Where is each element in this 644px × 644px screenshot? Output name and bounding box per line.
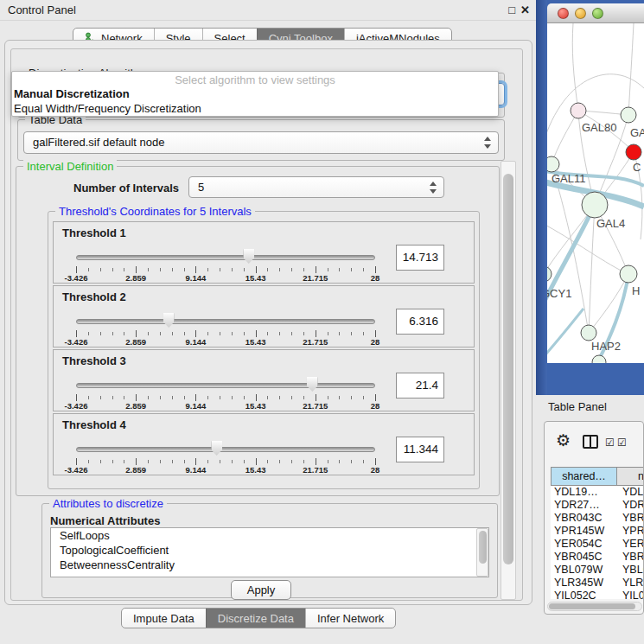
table-row[interactable]: YLR345WYLR3 <box>551 577 644 590</box>
slider-ticks <box>76 394 375 401</box>
table-cell-shared-name: YBR045C <box>551 551 617 564</box>
slider-tick <box>148 332 149 335</box>
attribute-list-item[interactable]: BetweennessCentrality <box>51 558 488 572</box>
column-header-shared-name[interactable]: shared… <box>551 467 617 486</box>
settings-scrollbar[interactable] <box>501 161 516 600</box>
threshold-slider[interactable] <box>76 247 375 265</box>
tab-label: Impute Data <box>133 612 194 625</box>
checkbox-icon[interactable]: ☑ <box>617 437 627 449</box>
network-node[interactable] <box>621 107 636 123</box>
tick-label: 15.43 <box>245 337 266 347</box>
slider-tick <box>112 332 113 335</box>
table-row[interactable]: YER054CYER0 <box>551 538 644 551</box>
slider-tick <box>76 330 77 337</box>
slider-tick <box>220 396 220 399</box>
column-split-icon[interactable] <box>583 435 598 449</box>
tab-impute-data[interactable]: Impute Data <box>122 609 206 628</box>
tick-label: 2.859 <box>125 465 146 475</box>
slider-tick <box>220 268 220 271</box>
slider-tick <box>328 268 328 271</box>
close-traffic-light-icon[interactable] <box>558 8 569 19</box>
slider-tick <box>172 268 173 271</box>
table-hscrollbar[interactable] <box>547 602 642 611</box>
tab-label: Discretize Data <box>218 612 294 625</box>
slider-thumb-icon[interactable] <box>211 441 222 456</box>
slider-tick <box>160 332 161 335</box>
network-node[interactable] <box>626 144 641 160</box>
table-row[interactable]: YBR045CYBR0 <box>551 551 644 564</box>
attributes-scrollbar[interactable] <box>476 528 488 577</box>
table-row[interactable]: YBL079WYBL0 <box>551 564 644 577</box>
slider-thumb-icon[interactable] <box>243 249 254 264</box>
network-node[interactable] <box>592 355 606 363</box>
table-row[interactable]: YPR145WYPR1 <box>551 525 644 538</box>
threshold-slider[interactable] <box>76 439 375 456</box>
network-graph <box>547 23 644 363</box>
threshold-value-field[interactable]: 11.344 <box>396 437 444 462</box>
numerical-attributes-list[interactable]: SelfLoopsTopologicalCoefficientBetweenne… <box>50 527 489 577</box>
network-node[interactable] <box>571 103 586 118</box>
slider-tick <box>160 396 161 399</box>
minimize-traffic-light-icon[interactable] <box>575 8 586 19</box>
slider-track <box>76 319 375 324</box>
table-data-combobox[interactable]: galFiltered.sif default node <box>23 131 499 154</box>
threshold-value-field[interactable]: 14.713 <box>396 245 444 271</box>
attributes-scrollbar-thumb[interactable] <box>479 531 487 564</box>
column-header-name[interactable]: na <box>617 467 644 486</box>
slider-thumb-icon[interactable] <box>163 313 175 328</box>
num-intervals-label: Number of Intervals <box>73 182 179 194</box>
threshold-slider[interactable] <box>76 375 375 392</box>
table-cell-name: YDR2 <box>617 499 644 512</box>
slider-thumb-icon[interactable] <box>307 377 318 392</box>
slider-tick <box>184 268 185 271</box>
table-cell-shared-name: YLR345W <box>551 577 617 590</box>
float-window-icon[interactable]: □ <box>508 3 515 16</box>
network-node-label: GAL11 <box>552 172 586 185</box>
network-node[interactable] <box>547 156 559 172</box>
slider-tick <box>112 396 113 399</box>
table-row[interactable]: YDR27…YDR2 <box>551 499 644 512</box>
tab-discretize-data[interactable]: Discretize Data <box>206 609 305 628</box>
network-node[interactable] <box>581 325 596 341</box>
attribute-list-item[interactable]: TopologicalCoefficient <box>51 543 488 558</box>
table-row[interactable]: YBR043CYBR0 <box>551 512 644 525</box>
tick-label: 21.715 <box>303 401 328 411</box>
threshold-rows: Threshold 1-3.4262.8599.14415.4321.71528… <box>53 221 475 477</box>
checkbox-icon[interactable]: ☑ <box>605 437 615 449</box>
zoom-traffic-light-icon[interactable] <box>592 8 603 19</box>
settings-scrollbar-thumb[interactable] <box>503 174 513 564</box>
slider-tick <box>136 330 137 337</box>
slider-tick <box>172 332 173 335</box>
threshold-value-field[interactable]: 21.4 <box>396 373 444 399</box>
slider-tick <box>220 332 220 335</box>
slider-tick-labels: -3.4262.8599.14415.4321.71528 <box>76 337 375 347</box>
algorithm-placeholder-option[interactable]: Select algorithm to view settings <box>12 72 498 86</box>
algorithm-option-equal-width[interactable]: Equal Width/Frequency Discretization <box>12 101 498 116</box>
tab-infer-network[interactable]: Infer Network <box>305 609 395 628</box>
network-node[interactable] <box>620 265 637 283</box>
slider-tick <box>363 332 364 335</box>
gear-icon[interactable]: ⚙ <box>556 430 571 450</box>
slider-tick <box>351 332 352 335</box>
network-node[interactable] <box>582 192 608 218</box>
algorithm-option-manual[interactable]: Manual Discretization <box>12 86 498 101</box>
tick-label: 21.715 <box>303 273 328 283</box>
table-hscrollbar-thumb[interactable] <box>549 603 635 609</box>
slider-tick <box>184 460 185 463</box>
attribute-list-item[interactable]: SelfLoops <box>51 528 488 543</box>
slider-tick <box>363 396 364 399</box>
threshold-slider[interactable] <box>76 311 375 328</box>
apply-button[interactable]: Apply <box>231 580 291 600</box>
slider-tick <box>184 396 185 399</box>
threshold-value-field[interactable]: 6.316 <box>396 309 444 335</box>
num-intervals-combobox[interactable]: 5 <box>188 176 444 198</box>
table-row[interactable]: YDL19…YDL1 <box>551 486 644 499</box>
tick-label: 28 <box>371 465 380 475</box>
network-node[interactable] <box>547 266 552 282</box>
network-canvas[interactable]: GAL80GACGAL11GAL4GCY1HHAP2 <box>547 23 644 363</box>
table-row[interactable]: YIL052CYIL0 <box>551 590 644 599</box>
network-node-label: GAL80 <box>582 121 616 134</box>
tick-label: 9.144 <box>186 273 207 283</box>
panel-title: Control Panel <box>8 3 76 16</box>
close-icon[interactable]: ✕ <box>520 3 530 16</box>
